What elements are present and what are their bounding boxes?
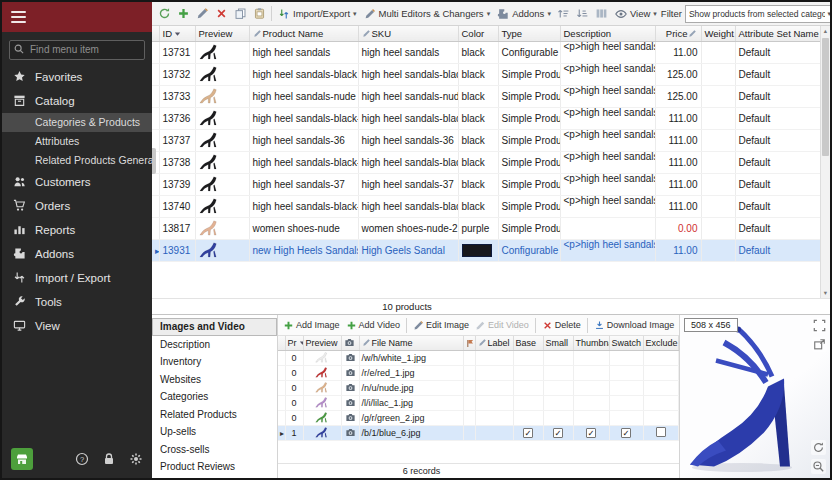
column-header-description[interactable]: Description — [560, 26, 655, 41]
media-column-header-small[interactable]: Small — [543, 336, 573, 350]
cell-type[interactable]: Simple Product — [498, 63, 560, 85]
media-thumbnail[interactable] — [303, 410, 341, 425]
product-row[interactable]: 13736high heel sandals-black-36high heel… — [152, 107, 820, 129]
cell-description[interactable]: <p>high heel sandals</p> — [560, 85, 655, 107]
cell-file-name[interactable]: /g/r/green_2.jpg — [359, 410, 463, 425]
cell-id[interactable]: 13737 — [159, 129, 195, 151]
cell-description[interactable]: <p>high heel sandals</p> — [560, 151, 655, 173]
product-thumbnail[interactable] — [195, 85, 249, 107]
cell-sku[interactable]: high heel sandals-36 — [358, 129, 458, 151]
media-column-header-exclude[interactable]: Exclude — [643, 336, 678, 350]
media-type-icon[interactable] — [341, 365, 359, 380]
scroll-down-arrow[interactable]: ▾ — [821, 288, 830, 298]
cell-description[interactable]: <p>high heel sandals</p> — [560, 173, 655, 195]
product-row[interactable]: 13740high heel sandals-black-38high heel… — [152, 195, 820, 217]
sidebar-item-related-products-generator[interactable]: Related Products Generator — [2, 151, 152, 170]
download-image-button[interactable]: Download Image — [592, 319, 677, 332]
cell-product-name[interactable]: high heel sandals-black-36 — [249, 107, 358, 129]
cell-sku[interactable]: high heel sandals-37 — [358, 173, 458, 195]
scrollbar-thumb[interactable] — [822, 38, 829, 156]
sidebar-item-addons[interactable]: Addons — [2, 242, 152, 266]
cell-color[interactable]: black — [458, 129, 498, 151]
sidebar-item-catalog[interactable]: Catalog — [2, 89, 152, 113]
cell-base[interactable] — [513, 395, 543, 410]
cell-color[interactable] — [458, 239, 498, 261]
column-settings-button[interactable] — [593, 5, 611, 23]
cell-small[interactable] — [543, 380, 573, 395]
cell-weight[interactable] — [701, 217, 735, 239]
category-filter-select[interactable]: Show products from selected categories ▾ — [685, 5, 830, 23]
cell-sku[interactable]: High Geels Sandal — [358, 239, 458, 261]
cell-priority[interactable]: 1 — [285, 425, 303, 440]
sidebar-item-tools[interactable]: Tools — [2, 290, 152, 314]
media-row-expander[interactable]: ▸ — [278, 425, 285, 440]
tab-product-reviews[interactable]: Product Reviews — [152, 458, 277, 476]
cell-base[interactable]: ✓ — [513, 425, 543, 440]
cell-weight[interactable] — [701, 173, 735, 195]
cell-exclude[interactable] — [643, 425, 678, 440]
edit-video-button[interactable]: Edit Video — [473, 319, 531, 332]
cell-type[interactable]: Simple Product — [498, 151, 560, 173]
small-checkbox[interactable]: ✓ — [553, 428, 563, 438]
cell-flag[interactable] — [463, 395, 475, 410]
cell-flag[interactable] — [463, 425, 475, 440]
cell-price[interactable]: 111.00 — [655, 173, 701, 195]
cell-label[interactable] — [475, 350, 513, 365]
media-column-header-base[interactable]: Base — [513, 336, 543, 350]
cell-price[interactable]: 111.00 — [655, 107, 701, 129]
import-export-menu-button[interactable]: Import/Export▾ — [275, 6, 360, 22]
copy-button[interactable] — [231, 5, 249, 23]
cell-product-name[interactable]: high heel sandals — [249, 41, 358, 63]
sidebar-item-categories-products[interactable]: Categories & Products — [2, 113, 152, 132]
cell-price[interactable]: 125.00 — [655, 63, 701, 85]
media-row[interactable]: 0/l/i/lilac_1.jpg — [278, 395, 678, 410]
cell-attribute-set[interactable]: Default — [735, 239, 820, 261]
media-thumbnail[interactable] — [303, 425, 341, 440]
cell-color[interactable]: purple — [458, 217, 498, 239]
media-column-header-thumbnail[interactable]: Thumbna — [573, 336, 609, 350]
media-thumbnail[interactable] — [303, 395, 341, 410]
media-row[interactable]: 0/g/r/green_2.jpg — [278, 410, 678, 425]
product-thumbnail[interactable] — [195, 129, 249, 151]
cell-thumbnail[interactable] — [573, 365, 609, 380]
sidebar-item-attributes[interactable]: Attributes — [2, 132, 152, 151]
cell-type[interactable]: Simple Product — [498, 195, 560, 217]
cell-weight[interactable] — [701, 129, 735, 151]
cell-color[interactable]: black — [458, 195, 498, 217]
cell-id[interactable]: 13732 — [159, 63, 195, 85]
row-expander[interactable] — [152, 63, 159, 85]
view-menu-button[interactable]: View▾ — [612, 6, 660, 22]
sort-descending-button[interactable] — [574, 5, 592, 23]
row-expander[interactable]: ▸ — [152, 239, 159, 261]
cell-priority[interactable]: 0 — [285, 410, 303, 425]
fit-screen-button[interactable] — [812, 318, 827, 333]
store-icon[interactable] — [11, 448, 33, 470]
gear-icon[interactable] — [129, 452, 143, 466]
cell-swatch[interactable] — [609, 365, 643, 380]
menu-icon[interactable] — [11, 8, 26, 26]
edit-image-button[interactable]: Edit Image — [411, 319, 471, 332]
row-expander[interactable] — [152, 173, 159, 195]
cell-sku[interactable]: high heel sandals-black — [358, 63, 458, 85]
column-header-color[interactable]: Color — [458, 26, 498, 41]
cell-id[interactable]: 13736 — [159, 107, 195, 129]
scroll-up-arrow[interactable]: ▴ — [821, 26, 830, 36]
media-thumbnail[interactable] — [303, 350, 341, 365]
product-thumbnail[interactable] — [195, 173, 249, 195]
add-video-button[interactable]: Add Video — [344, 319, 402, 332]
cell-flag[interactable] — [463, 410, 475, 425]
cell-description[interactable]: <p>high heel sandals</p> — [560, 195, 655, 217]
cell-price[interactable]: 11.00 — [655, 239, 701, 261]
exclude-checkbox[interactable] — [656, 427, 666, 437]
cell-attribute-set[interactable]: Default — [735, 107, 820, 129]
swatch-checkbox[interactable]: ✓ — [621, 428, 631, 438]
product-row[interactable]: 13817women shoes-nudewomen shoes-nude-2p… — [152, 217, 820, 239]
open-in-new-button[interactable] — [812, 337, 827, 352]
tab-description[interactable]: Description — [152, 336, 277, 354]
cell-weight[interactable] — [701, 41, 735, 63]
media-type-icon[interactable] — [341, 425, 359, 440]
cell-sku[interactable]: high heel sandals-black-38 — [358, 195, 458, 217]
media-column-header-swatch[interactable]: Swatch — [609, 336, 643, 350]
media-row-expander[interactable] — [278, 380, 285, 395]
cell-attribute-set[interactable]: Default — [735, 129, 820, 151]
